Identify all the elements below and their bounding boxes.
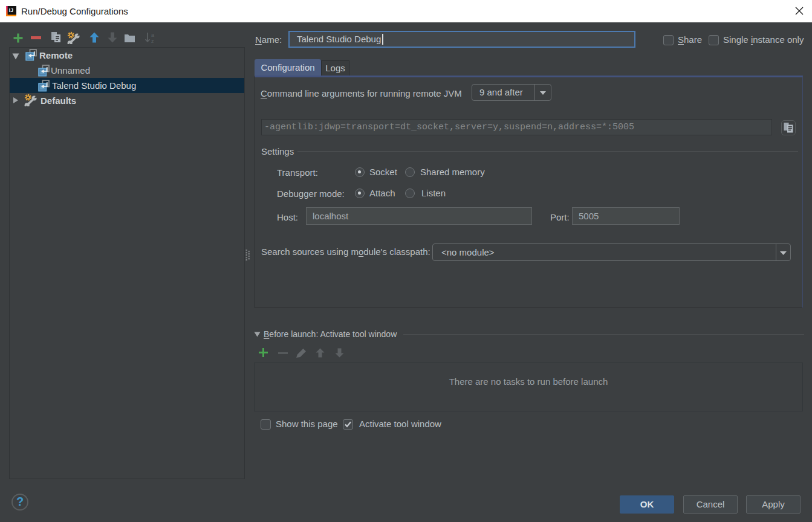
svg-text:z: z bbox=[151, 38, 154, 44]
svg-text:IJ: IJ bbox=[9, 7, 13, 13]
svg-text:a: a bbox=[151, 32, 154, 38]
